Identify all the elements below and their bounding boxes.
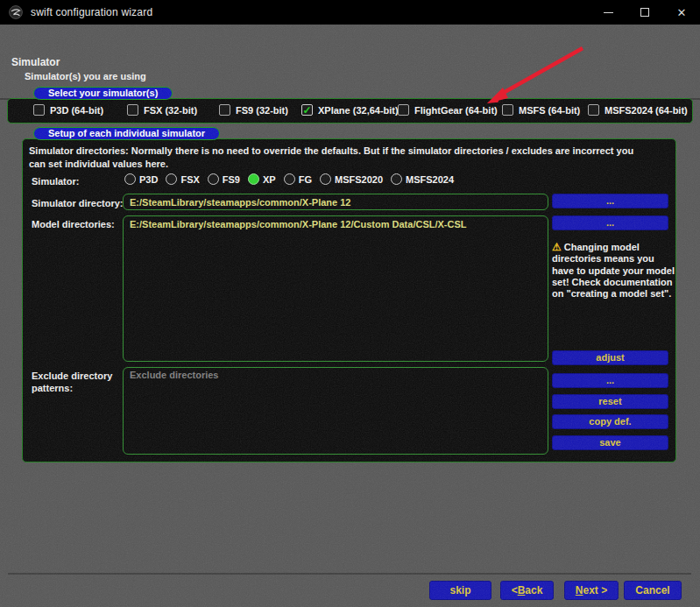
setup-group-label: Setup of each individual simulator — [33, 127, 220, 140]
checkbox-flightgear-label: FlightGear (64-bit) — [414, 105, 498, 116]
browse-simulator-directory-button[interactable]: ... — [552, 194, 668, 208]
radio-fsx[interactable]: FSX — [166, 173, 199, 185]
next-button-mnemonic: N — [576, 585, 583, 596]
exclude-patterns-textarea[interactable] — [123, 367, 548, 455]
minimize-icon — [604, 12, 613, 13]
radio-p3d-label: P3D — [139, 174, 158, 185]
footer-divider — [8, 573, 691, 575]
checkbox-msfs[interactable]: ✓ MSFS (64-bit) — [502, 104, 580, 116]
model-directories-label: Model directories: — [32, 219, 115, 229]
save-button[interactable]: save — [552, 435, 668, 450]
radio-p3d[interactable]: P3D — [124, 173, 158, 185]
simulator-directory-label: Simulator directory: — [32, 198, 124, 208]
back-button-mnemonic: B — [518, 585, 526, 596]
browse-model-directories-button[interactable]: ... — [552, 215, 668, 230]
checkbox-fsx-label: FSX (32-bit) — [144, 105, 197, 116]
checkbox-msfs-box[interactable]: ✓ — [502, 104, 513, 116]
checkbox-fs9-label: FS9 (32-bit) — [236, 105, 288, 116]
simulator-directory-input[interactable] — [123, 194, 548, 210]
select-simulators-group-label: Select your simulator(s) — [33, 87, 173, 100]
model-warning-text: Changing model directories means you hav… — [552, 242, 675, 299]
radio-fg-circle[interactable] — [284, 173, 295, 185]
checkbox-fsx[interactable]: ✓ FSX (32-bit) — [127, 104, 197, 116]
page-subtitle: Simulator(s) you are using — [25, 71, 146, 81]
radio-fg[interactable]: FG — [284, 173, 312, 185]
back-button[interactable]: < Back — [500, 581, 554, 600]
radio-fg-label: FG — [299, 174, 312, 185]
next-button-post: ext > — [583, 585, 607, 596]
close-icon: ✕ — [677, 7, 687, 18]
simulator-row-label: Simulator: — [32, 176, 79, 187]
reset-button[interactable]: reset — [552, 394, 668, 409]
maximize-button[interactable] — [626, 0, 663, 25]
cancel-button[interactable]: Cancel — [624, 581, 682, 600]
radio-msfs2020[interactable]: MSFS2020 — [320, 173, 383, 185]
model-directories-textarea[interactable]: E:/SteamLibrary/steamapps/common/X-Plane… — [123, 215, 548, 362]
radio-fsx-label: FSX — [180, 174, 199, 185]
radio-msfs2024-circle[interactable] — [391, 173, 402, 185]
checkbox-msfs2024-label: MSFS2024 (64-bit) — [605, 105, 688, 116]
checkbox-msfs-label: MSFS (64-bit) — [519, 105, 580, 116]
back-button-pre: < — [512, 585, 518, 596]
radio-msfs2024[interactable]: MSFS2024 — [391, 173, 454, 185]
radio-xp-label: XP — [263, 174, 276, 185]
warning-icon: ⚠ — [552, 241, 562, 253]
radio-msfs2020-label: MSFS2020 — [335, 174, 383, 185]
radio-msfs2020-circle[interactable] — [320, 173, 331, 185]
model-warning: ⚠Changing model directories means you ha… — [552, 241, 675, 300]
skip-button[interactable]: skip — [429, 581, 491, 600]
minimize-button[interactable] — [590, 0, 626, 25]
checkbox-p3d-label: P3D (64-bit) — [50, 105, 103, 116]
setup-intro-text: Simulator directories: Normally there is… — [29, 145, 649, 170]
checkbox-flightgear[interactable]: ✓ FlightGear (64-bit) — [398, 104, 498, 116]
radio-p3d-circle[interactable] — [124, 173, 136, 185]
checkbox-p3d[interactable]: ✓ P3D (64-bit) — [33, 104, 103, 116]
radio-fsx-circle[interactable] — [166, 173, 177, 185]
checkbox-fs9[interactable]: ✓ FS9 (32-bit) — [219, 104, 288, 116]
checkbox-msfs2024[interactable]: ✓ MSFS2024 (64-bit) — [588, 104, 688, 116]
back-button-post: ack — [525, 585, 542, 596]
page-title: Simulator — [11, 56, 60, 68]
checkbox-flightgear-box[interactable]: ✓ — [398, 104, 409, 116]
wizard-window: swift configuration wizard ✕ Simulator S… — [0, 0, 700, 607]
copy-defaults-button[interactable]: copy def. — [552, 414, 668, 429]
radio-xp[interactable]: XP — [248, 173, 276, 185]
browse-exclude-button[interactable]: ... — [552, 373, 668, 388]
radio-fs9-circle[interactable] — [208, 173, 219, 185]
checkbox-p3d-box[interactable]: ✓ — [33, 104, 45, 116]
checkbox-xplane-box[interactable]: ✓ — [301, 104, 313, 116]
checkbox-fs9-box[interactable]: ✓ — [219, 104, 230, 116]
checkbox-msfs2024-box[interactable]: ✓ — [588, 104, 599, 116]
adjust-button[interactable]: adjust — [552, 350, 668, 365]
next-button[interactable]: Next > — [564, 581, 619, 600]
radio-fs9[interactable]: FS9 — [208, 173, 240, 185]
checkbox-xplane[interactable]: ✓ XPlane (32,64-bit) — [301, 104, 399, 116]
radio-msfs2024-label: MSFS2024 — [406, 174, 454, 185]
title-bar: swift configuration wizard ✕ — [0, 0, 700, 25]
swift-logo-icon — [9, 5, 23, 19]
checkbox-xplane-label: XPlane (32,64-bit) — [318, 105, 399, 116]
maximize-icon — [640, 8, 649, 17]
radio-fs9-label: FS9 — [223, 174, 240, 185]
checkbox-fsx-box[interactable]: ✓ — [127, 104, 138, 116]
window-title: swift configuration wizard — [31, 6, 152, 18]
exclude-patterns-label: Exclude directory patterns: — [32, 371, 119, 395]
radio-xp-circle[interactable] — [248, 173, 259, 185]
simulator-radio-group: P3D FSX FS9 XP FG MSFS2020 MSFS2024 — [124, 173, 454, 185]
close-button[interactable]: ✕ — [663, 0, 700, 25]
